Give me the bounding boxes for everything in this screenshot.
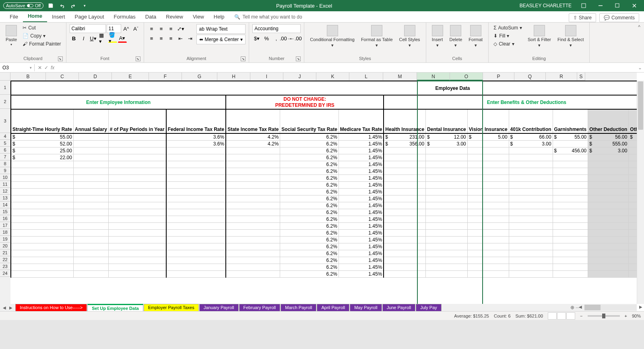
cut-button[interactable]: ✂Cut	[21, 24, 62, 31]
ribbon-display-icon[interactable]	[576, 0, 592, 11]
col-header-R[interactable]: R	[546, 73, 577, 81]
cell[interactable]	[426, 181, 468, 188]
cell[interactable]	[108, 133, 166, 140]
cell[interactable]	[226, 195, 280, 202]
cell[interactable]	[73, 174, 108, 181]
minimize-button[interactable]	[592, 0, 609, 11]
cell[interactable]	[553, 161, 588, 168]
cell[interactable]: 6.2%	[280, 257, 339, 264]
cell[interactable]: $55.00	[11, 133, 73, 140]
cell[interactable]	[73, 216, 108, 222]
cell[interactable]	[509, 168, 553, 174]
cell[interactable]: # of Pay Periods in Year	[108, 109, 166, 133]
cell[interactable]	[73, 147, 108, 154]
cell[interactable]	[11, 195, 73, 202]
cell[interactable]: 1.45%	[339, 174, 384, 181]
share-button[interactable]: ⇧Share	[569, 13, 596, 22]
cell[interactable]: $3.00	[509, 140, 553, 147]
align-top-icon[interactable]: ≡	[147, 24, 156, 33]
cell[interactable]	[426, 174, 468, 181]
cell[interactable]	[509, 147, 553, 154]
cell[interactable]: Medicare Tax Rate	[339, 109, 384, 133]
cell[interactable]: 6.2%	[280, 188, 339, 195]
col-header-F[interactable]: F	[149, 73, 182, 81]
cell[interactable]	[553, 270, 588, 277]
find-select-button[interactable]: Find & Select▾	[555, 24, 586, 55]
cell[interactable]	[73, 250, 108, 257]
fill-button[interactable]: ⬇Fill ▾	[492, 32, 524, 39]
cell[interactable]	[588, 154, 629, 161]
format-as-table-button[interactable]: Format as Table▾	[359, 24, 395, 55]
col-header-J[interactable]: J	[283, 73, 316, 81]
cell[interactable]: 1.45%	[339, 243, 384, 250]
cell[interactable]	[166, 236, 226, 243]
cell[interactable]	[467, 222, 509, 229]
cell[interactable]	[553, 188, 588, 195]
cell[interactable]	[509, 195, 553, 202]
cell[interactable]: 1.45%	[339, 202, 384, 209]
cell[interactable]	[553, 236, 588, 243]
cell[interactable]: Dental Insurance	[426, 109, 468, 133]
tab-review[interactable]: Review	[161, 11, 188, 22]
align-bottom-icon[interactable]: ≡	[167, 24, 175, 33]
tab-page-layout[interactable]: Page Layout	[70, 11, 109, 22]
cell[interactable]	[588, 264, 629, 270]
cell[interactable]: $12.00	[426, 133, 468, 140]
cell[interactable]: 1.45%	[339, 188, 384, 195]
row-header-2[interactable]: 2	[0, 95, 10, 109]
cell[interactable]	[509, 270, 553, 277]
sheet-tab[interactable]: July Pay	[416, 304, 442, 312]
align-left-icon[interactable]: ≡	[147, 34, 156, 43]
cell[interactable]	[166, 264, 226, 270]
cell[interactable]	[226, 161, 280, 168]
cell[interactable]: 6.2%	[280, 174, 339, 181]
cell[interactable]	[384, 202, 425, 209]
cell[interactable]	[73, 243, 108, 250]
cell[interactable]: $7.00	[629, 133, 637, 140]
row-header-22[interactable]: 22	[0, 256, 10, 263]
sheet-tab[interactable]: Instructions on How to Use----->	[15, 304, 87, 312]
cell[interactable]	[226, 181, 280, 188]
cell[interactable]	[226, 243, 280, 250]
clipboard-launcher[interactable]: ⬊	[58, 56, 63, 61]
cell[interactable]	[108, 140, 166, 147]
cell[interactable]	[384, 270, 425, 277]
cell[interactable]	[629, 161, 637, 168]
cell[interactable]: 1.45%	[339, 222, 384, 229]
row-header-16[interactable]: 16	[0, 215, 10, 222]
cell[interactable]	[108, 181, 166, 188]
col-header-Q[interactable]: Q	[514, 73, 546, 81]
cell[interactable]	[73, 202, 108, 209]
cell[interactable]	[553, 243, 588, 250]
cell[interactable]	[467, 188, 509, 195]
cell[interactable]	[467, 270, 509, 277]
cell[interactable]	[108, 236, 166, 243]
col-header-I[interactable]: I	[250, 73, 283, 81]
cell[interactable]	[467, 264, 509, 270]
cell[interactable]	[588, 202, 629, 209]
conditional-formatting-button[interactable]: Conditional Formatting▾	[308, 24, 357, 55]
cell[interactable]	[11, 229, 73, 236]
cell[interactable]	[384, 209, 425, 216]
cell[interactable]	[73, 161, 108, 168]
cell[interactable]: $231.00	[384, 133, 425, 140]
cell[interactable]: 1.45%	[339, 161, 384, 168]
row-header-7[interactable]: 7	[0, 154, 10, 160]
cell[interactable]	[226, 154, 280, 161]
sheet-tab[interactable]: January Payroll	[199, 304, 239, 312]
cell[interactable]	[629, 195, 637, 202]
cancel-formula-icon[interactable]: ✕	[38, 65, 42, 71]
cell[interactable]	[629, 229, 637, 236]
cell[interactable]	[166, 202, 226, 209]
cell[interactable]	[629, 243, 637, 250]
col-header-S[interactable]: S	[577, 73, 585, 81]
cell[interactable]: 1.45%	[339, 236, 384, 243]
sheet-tab[interactable]: March Payroll	[281, 304, 316, 312]
cell[interactable]: $5.00	[467, 133, 509, 140]
cell[interactable]	[226, 202, 280, 209]
cell[interactable]: 6.2%	[280, 236, 339, 243]
cell[interactable]	[108, 216, 166, 222]
sheet-tab[interactable]: February Payroll	[239, 304, 281, 312]
cell[interactable]: State Income Tax Rate	[226, 109, 280, 133]
cell[interactable]	[588, 270, 629, 277]
